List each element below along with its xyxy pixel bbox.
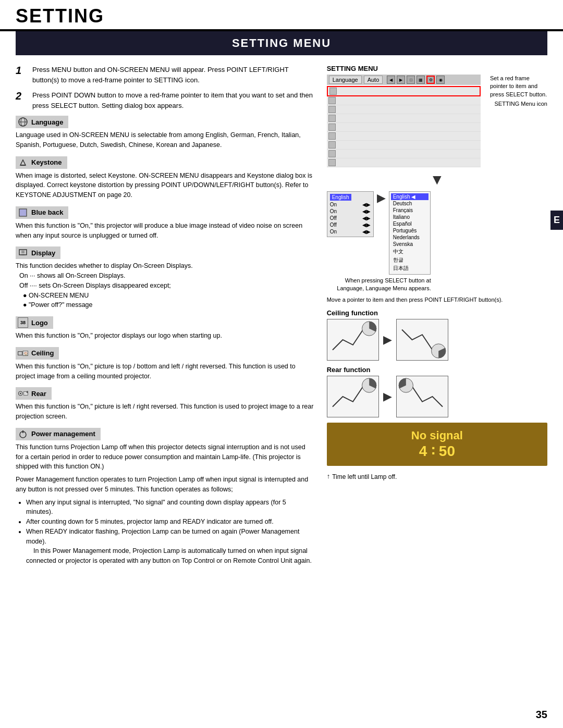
svg-rect-6	[19, 250, 27, 255]
feature-language-label: Language	[31, 118, 63, 126]
left-settings-panel: English On◀▶ On◀▶ Off◀▶ Off◀▶ On◀▶	[327, 191, 374, 237]
feature-ceiling: 🏠 Ceiling When this function is "On," pi…	[16, 347, 314, 381]
feature-ceiling-text: When this function is "On," picture is t…	[16, 362, 314, 381]
menu-row-9	[327, 158, 481, 167]
left-column: 1 Press MENU button and ON-SCREEN MENU w…	[16, 65, 314, 572]
menu-icon-5: ⚙	[426, 76, 435, 84]
menu-row-icon-3	[328, 106, 336, 113]
two-col-layout: 1 Press MENU button and ON-SCREEN MENU w…	[16, 65, 547, 572]
menu-row-2	[327, 96, 481, 105]
svg-rect-10	[18, 351, 22, 355]
menu-row-icon-4	[328, 115, 336, 122]
arrow-right-1: ▶	[377, 191, 386, 205]
feature-display-text: This function decides whether to display…	[16, 261, 314, 310]
step-1-text: Press MENU button and ON-SCREEN MENU wil…	[32, 65, 314, 85]
lang-nederlands: Nederlands	[391, 234, 429, 241]
lang-francais: Français	[391, 207, 429, 214]
menu-row-icon-5	[328, 124, 336, 131]
settings-row-5: On◀▶	[329, 228, 372, 235]
step-1-number: 1	[16, 65, 27, 77]
feature-keystone-header: Keystone	[16, 156, 67, 169]
menu-row-4	[327, 114, 481, 123]
display-icon	[18, 248, 28, 258]
rear-diagram-before	[327, 376, 379, 417]
feature-blue-back-header: Blue back	[16, 206, 68, 219]
feature-logo-text: When this function is "On," projector di…	[16, 331, 314, 341]
lang-chinese: 中文	[391, 248, 429, 256]
menu-icon-3: □	[407, 76, 415, 84]
svg-point-14	[20, 393, 21, 394]
menu-row-1	[327, 86, 481, 96]
feature-display: Display This function decides whether to…	[16, 246, 314, 310]
feature-display-header: Display	[16, 246, 60, 259]
menu-icon-2: ▶	[397, 76, 405, 84]
language-menu-area: English On◀▶ On◀▶ Off◀▶ Off◀▶ On◀▶ ▶ Eng…	[327, 191, 547, 275]
lang-svenska: Svenska	[391, 241, 429, 248]
settings-row-2: On◀▶	[329, 208, 372, 215]
feature-blue-back: Blue back When this function is "On," th…	[16, 206, 314, 241]
menu-row-6	[327, 132, 481, 141]
lang-espanol: Español	[391, 220, 429, 227]
time-left-arrow: ↑	[327, 472, 331, 480]
svg-rect-5	[19, 209, 27, 216]
menu-row-icon-1	[329, 88, 337, 95]
feature-language-header: Language	[16, 116, 68, 128]
feature-power-management-label: Power management	[31, 430, 95, 438]
lang-korean: 한글	[391, 256, 429, 264]
no-signal-number: 4 ∶ 50	[337, 442, 537, 460]
menu-icons: ◀ ▶ □ ▦ ⚙ ◉	[387, 76, 445, 84]
menu-row-7	[327, 141, 481, 150]
feature-rear-header: Rear	[16, 387, 52, 400]
feature-rear-text: When this function is "On," picture is l…	[16, 402, 314, 422]
section-header: SETTING MENU	[16, 31, 547, 55]
setting-menu-icon-label: SETTING Menu icon	[485, 101, 547, 107]
page-title-bar: SETTING	[0, 0, 563, 30]
no-signal-box: No signal 4 ∶ 50	[327, 423, 547, 466]
menu-row-icon-7	[328, 141, 336, 149]
feature-blue-back-text: When this function is "On," this project…	[16, 221, 314, 241]
ceiling-arrow: ▶	[383, 333, 392, 347]
feature-keystone-label: Keystone	[31, 158, 62, 166]
rear-diagram-after	[396, 376, 448, 417]
menu-icon-6: ◉	[436, 76, 445, 84]
feature-power-management-text: This function turns Projection Lamp off …	[16, 442, 314, 566]
feature-power-management-header: Power management	[16, 428, 101, 440]
rear-icon	[18, 388, 28, 399]
menu-row-icon-8	[328, 150, 336, 157]
lang-portugues: Português	[391, 227, 429, 234]
settings-row-3: Off◀▶	[329, 215, 372, 221]
setting-menu-mockup-area: Language Auto ◀ ▶ □ ▦ ⚙ ◉	[327, 75, 547, 167]
blue-back-icon	[18, 207, 28, 218]
lang-italiano: Italiano	[391, 214, 429, 220]
keystone-icon	[18, 157, 28, 168]
setting-menu-annotations: Set a red frame pointer to item and pres…	[485, 75, 547, 107]
menu-row-icon-2	[328, 97, 336, 104]
feature-logo: 38 Logo When this function is "On," proj…	[16, 316, 314, 341]
lang-japanese: 日本語	[391, 264, 429, 273]
menu-row-5	[327, 123, 481, 132]
ceiling-icon: 🏠	[18, 348, 28, 359]
language-list-panel: English ◀ Deutsch Français Italiano Espa…	[389, 191, 431, 275]
time-left-area: ↑ Time left until Lamp off.	[327, 471, 547, 480]
feature-blue-back-label: Blue back	[31, 208, 63, 216]
english-selected: English	[330, 194, 351, 201]
menu-icon-1: ◀	[387, 76, 395, 84]
feature-power-management: Power management This function turns Pro…	[16, 428, 314, 566]
settings-row-4: Off◀▶	[329, 221, 372, 228]
arrow-down-1: ▼	[327, 171, 547, 188]
menu-bar-auto: Auto	[364, 76, 383, 84]
logo-icon: 38	[18, 317, 28, 328]
menu-bar-language: Language	[329, 76, 362, 84]
callout1: Set a red frame pointer to item and pres…	[490, 75, 547, 97]
setting-menu-right-label: SETTING MENU	[327, 65, 547, 72]
menu-icon-4: ▦	[417, 76, 425, 84]
menu-row-icon-6	[328, 132, 336, 140]
feature-rear-label: Rear	[31, 390, 46, 398]
step-1: 1 Press MENU button and ON-SCREEN MENU w…	[16, 65, 314, 85]
callout1-text: Set a red frame pointer to item and pres…	[485, 75, 547, 98]
feature-language-text: Language used in ON-SCREEN MENU is selec…	[16, 130, 314, 150]
ceiling-diagram-after	[396, 319, 448, 361]
feature-keystone-text: When image is distorted, select Keystone…	[16, 171, 314, 200]
ceiling-diagram-row: ▶	[327, 319, 547, 361]
ceiling-function-label: Ceiling function	[327, 309, 547, 317]
